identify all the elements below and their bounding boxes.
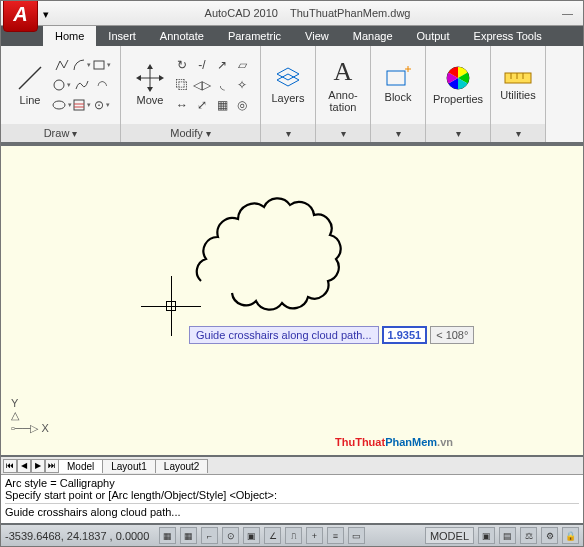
panel-title-modify[interactable]: Modify ▾: [121, 124, 260, 142]
panel-title-draw[interactable]: Draw ▾: [1, 124, 120, 142]
app-menu-button[interactable]: A: [3, 0, 38, 32]
cmd-history-1: Arc style = Calligraphy: [5, 477, 579, 489]
svg-point-3: [53, 101, 65, 109]
annotation-button[interactable]: A Anno- tation: [322, 55, 363, 115]
qp-toggle[interactable]: ▭: [348, 527, 365, 544]
tab-express[interactable]: Express Tools: [462, 26, 554, 46]
toolbar-lock[interactable]: 🔒: [562, 527, 579, 544]
rotate-icon[interactable]: ↻: [173, 56, 191, 74]
layers-icon: [275, 66, 301, 90]
coordinates-display[interactable]: -3539.6468, 24.1837 , 0.0000: [5, 530, 155, 542]
revision-cloud: [181, 186, 351, 316]
ellipse-arc-icon[interactable]: ◠: [93, 76, 111, 94]
panel-expand-props[interactable]: ▾: [426, 124, 490, 142]
move-button[interactable]: Move: [130, 62, 170, 108]
mirror-icon[interactable]: ◁▷: [193, 76, 211, 94]
ortho-toggle[interactable]: ⌐: [201, 527, 218, 544]
layers-button[interactable]: Layers: [265, 64, 310, 106]
panel-block: Block ▾: [371, 46, 426, 142]
dynamic-angle: < 108°: [430, 326, 474, 344]
extend-icon[interactable]: ↗: [213, 56, 231, 74]
quick-view-drawings[interactable]: ▤: [499, 527, 516, 544]
nav-last-icon[interactable]: ⏭: [45, 459, 59, 473]
offset-icon[interactable]: ◎: [233, 96, 251, 114]
dynamic-prompt: Guide crosshairs along cloud path...: [189, 326, 379, 344]
move-icon: [136, 64, 164, 92]
panel-utilities: Utilities ▾: [491, 46, 546, 142]
snap-toggle[interactable]: ▦: [159, 527, 176, 544]
panel-annotation: A Anno- tation ▾: [316, 46, 371, 142]
properties-button[interactable]: Properties: [427, 63, 489, 107]
color-wheel-icon: [445, 65, 471, 91]
panel-expand-anno[interactable]: ▾: [316, 124, 370, 142]
text-a-icon: A: [334, 57, 353, 87]
svg-rect-19: [505, 73, 531, 83]
grid-toggle[interactable]: ▦: [180, 527, 197, 544]
layout-tab-layout1[interactable]: Layout1: [102, 459, 156, 473]
fillet-icon[interactable]: ◟: [213, 76, 231, 94]
utilities-button[interactable]: Utilities: [494, 67, 541, 103]
pickbox: [166, 301, 176, 311]
trim-icon[interactable]: -/: [193, 56, 211, 74]
window-controls: —: [562, 7, 583, 19]
rect-icon[interactable]: [93, 56, 111, 74]
arc-icon[interactable]: [73, 56, 91, 74]
line-icon: [16, 64, 44, 92]
tab-parametric[interactable]: Parametric: [216, 26, 293, 46]
layout-tab-layout2[interactable]: Layout2: [155, 459, 209, 473]
tab-insert[interactable]: Insert: [96, 26, 148, 46]
svg-marker-11: [136, 75, 141, 81]
tab-annotate[interactable]: Annotate: [148, 26, 216, 46]
point-icon[interactable]: ⊙: [93, 96, 111, 114]
nav-prev-icon[interactable]: ◀: [17, 459, 31, 473]
layout-tab-model[interactable]: Model: [58, 459, 103, 473]
drawing-area[interactable]: Guide crosshairs along cloud path... 1.9…: [1, 144, 583, 457]
modify-tools: ↻ -/ ↗ ▱ ⿻ ◁▷ ◟ ✧ ↔ ⤢ ▦ ◎: [173, 56, 251, 114]
scale-icon[interactable]: ⤢: [193, 96, 211, 114]
tab-output[interactable]: Output: [405, 26, 462, 46]
spline-icon[interactable]: [73, 76, 91, 94]
line-button[interactable]: Line: [10, 62, 50, 108]
polyline-icon[interactable]: [53, 56, 71, 74]
command-line[interactable]: Arc style = Calligraphy Specify start po…: [1, 475, 583, 525]
explode-icon[interactable]: ✧: [233, 76, 251, 94]
polar-toggle[interactable]: ⊙: [222, 527, 239, 544]
circle-icon[interactable]: [53, 76, 71, 94]
tab-home[interactable]: Home: [43, 26, 96, 46]
quick-access-toolbar[interactable]: ▾: [43, 8, 53, 18]
otrack-toggle[interactable]: ∠: [264, 527, 281, 544]
layout-nav-buttons[interactable]: ⏮ ◀ ▶ ⏭: [3, 459, 59, 473]
osnap-toggle[interactable]: ▣: [243, 527, 260, 544]
copy-icon[interactable]: ⿻: [173, 76, 191, 94]
array-icon[interactable]: ▦: [213, 96, 231, 114]
erase-icon[interactable]: ▱: [233, 56, 251, 74]
block-button[interactable]: Block: [379, 65, 418, 105]
nav-first-icon[interactable]: ⏮: [3, 459, 17, 473]
chevron-down-icon[interactable]: ▾: [43, 8, 53, 18]
model-space-button[interactable]: MODEL: [425, 527, 474, 544]
panel-expand-util[interactable]: ▾: [491, 124, 545, 142]
minimize-button[interactable]: —: [562, 7, 573, 19]
tab-view[interactable]: View: [293, 26, 341, 46]
hatch-icon[interactable]: [73, 96, 91, 114]
ducs-toggle[interactable]: ⎍: [285, 527, 302, 544]
panel-expand-block[interactable]: ▾: [371, 124, 425, 142]
svg-marker-10: [147, 87, 153, 92]
measure-icon: [503, 69, 533, 87]
workspace-switch[interactable]: ⚙: [541, 527, 558, 544]
ribbon: Line ◠ ⊙ Draw ▾ Move ↻ -/: [1, 46, 583, 144]
panel-properties: Properties ▾: [426, 46, 491, 142]
lwt-toggle[interactable]: ≡: [327, 527, 344, 544]
quick-view-layouts[interactable]: ▣: [478, 527, 495, 544]
stretch-icon[interactable]: ↔: [173, 96, 191, 114]
panel-expand-layers[interactable]: ▾: [261, 124, 315, 142]
dyn-toggle[interactable]: +: [306, 527, 323, 544]
ucs-icon: Y △ ▫──▷ X: [11, 397, 49, 435]
annotation-scale[interactable]: ⚖: [520, 527, 537, 544]
svg-rect-4: [74, 100, 84, 110]
dynamic-distance[interactable]: 1.9351: [382, 326, 428, 344]
nav-next-icon[interactable]: ▶: [31, 459, 45, 473]
tab-manage[interactable]: Manage: [341, 26, 405, 46]
panel-layers: Layers ▾: [261, 46, 316, 142]
ellipse-icon[interactable]: [53, 96, 71, 114]
